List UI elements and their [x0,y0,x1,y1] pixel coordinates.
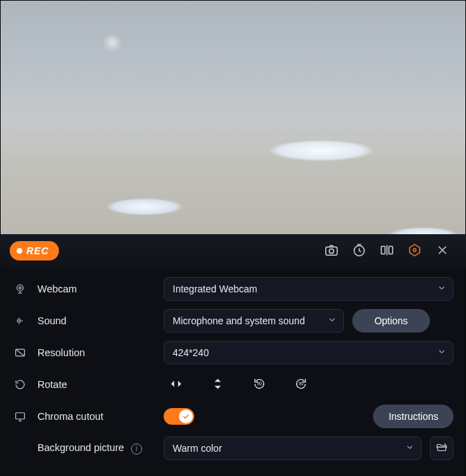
svg-rect-3 [381,246,386,254]
browse-background-button[interactable] [430,437,454,460]
svg-text:90: 90 [298,381,304,386]
info-icon[interactable]: i [131,443,142,455]
instructions-label: Instructions [388,411,438,422]
close-icon [436,244,449,258]
svg-rect-0 [326,247,338,255]
row-webcam: Webcam Integrated Webcam [12,273,454,305]
svg-text:90: 90 [257,381,262,386]
rotate-cw-icon: 90 [293,376,309,394]
webcam-label: Webcam [37,283,154,294]
background-select-value: Warm color [173,443,222,454]
snapshot-button[interactable] [318,237,345,265]
row-chroma: Chroma cutout Instructions [12,400,454,432]
rotate-cw-90-button[interactable]: 90 [291,375,311,394]
webcam-select-value: Integrated Webcam [173,283,257,294]
clock-icon [352,243,367,260]
row-resolution: Resolution 424*240 [12,337,454,369]
svg-rect-12 [16,413,25,419]
background-select[interactable]: Warm color [164,437,422,460]
chevron-down-icon [327,315,337,327]
rotate-icon [12,378,28,391]
resolution-select-value: 424*240 [173,347,209,358]
row-background: Background picture i Warm color [12,432,454,464]
sound-options-button[interactable]: Options [352,309,430,333]
rotate-ccw-90-button[interactable]: 90 [250,375,269,394]
close-button[interactable] [429,237,456,265]
svg-rect-4 [389,246,393,254]
chroma-icon [12,410,28,423]
resolution-icon [12,346,28,359]
settings-panel: Webcam Integrated Webcam Sound Microphon… [0,267,466,476]
timer-button[interactable] [345,237,373,265]
resolution-select[interactable]: 424*240 [164,341,454,364]
adjust-icon [407,243,422,260]
record-indicator-dot [17,248,22,254]
flip-vertical-button[interactable] [208,375,227,394]
split-icon [379,243,395,260]
webcam-select[interactable]: Integrated Webcam [164,277,454,301]
background-label: Background picture i [37,442,154,455]
instructions-button[interactable]: Instructions [373,405,454,428]
sound-options-label: Options [374,315,408,326]
chevron-down-icon [405,443,415,455]
toggle-knob [179,409,193,423]
camera-icon [324,243,339,260]
sound-select[interactable]: Microphone and system sound [164,309,344,333]
svg-marker-5 [410,244,420,256]
rotate-ccw-icon: 90 [252,376,267,394]
flip-vertical-icon [210,376,225,394]
flip-horizontal-icon [169,376,184,394]
svg-point-7 [17,285,24,291]
settings-button[interactable] [401,237,429,265]
chroma-toggle[interactable] [164,408,194,425]
record-button[interactable]: REC [10,241,59,261]
svg-point-1 [329,249,334,253]
folder-open-icon [435,441,448,456]
record-label: REC [26,245,49,256]
resolution-label: Resolution [37,347,154,358]
background-label-text: Background picture [37,442,124,453]
flip-horizontal-button[interactable] [166,375,186,394]
svg-point-8 [19,287,21,289]
chroma-label: Chroma cutout [37,411,154,422]
sound-select-value: Microphone and system sound [173,315,305,326]
chevron-down-icon [437,347,447,359]
row-rotate: Rotate 90 [12,369,454,400]
webcam-icon [12,283,28,295]
row-sound: Sound Microphone and system sound Option… [12,305,454,337]
split-view-button[interactable] [373,237,401,265]
rotate-label: Rotate [37,379,154,390]
sound-icon [12,315,28,327]
svg-point-6 [413,248,416,251]
top-toolbar: REC [0,234,466,267]
webcam-preview [1,1,465,235]
chevron-down-icon [437,283,447,295]
sound-label: Sound [37,315,154,326]
